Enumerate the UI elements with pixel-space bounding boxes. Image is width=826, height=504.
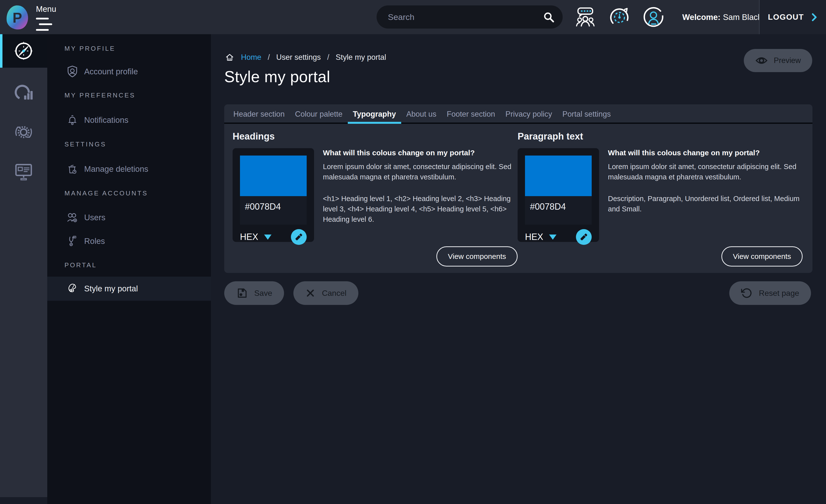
brand-logo[interactable]: P bbox=[5, 4, 29, 31]
icon-rail bbox=[0, 34, 47, 497]
view-components-button[interactable]: View components bbox=[721, 246, 803, 266]
menu-toggle[interactable]: Menu bbox=[36, 4, 56, 35]
preview-label: Preview bbox=[774, 56, 801, 65]
sidebar-item-account-profile[interactable]: Account profile bbox=[47, 59, 211, 84]
page-title: Style my portal bbox=[224, 68, 330, 86]
sidebar: MY PROFILE Account profile MY PREFERNCES… bbox=[47, 34, 211, 504]
welcome-message: Welcome: Sam Black bbox=[682, 0, 762, 34]
timer-icon[interactable] bbox=[608, 6, 631, 28]
rail-item-dashboard[interactable] bbox=[0, 34, 47, 68]
cancel-label: Cancel bbox=[322, 289, 347, 298]
tab-portal-settings[interactable]: Portal settings bbox=[557, 104, 616, 124]
paragraph-colour-card: #0078D4 HEX bbox=[518, 148, 599, 242]
action-buttons: Save Cancel bbox=[224, 281, 358, 305]
eye-icon bbox=[755, 56, 768, 65]
breadcrumb: Home / User settings / Style my portal bbox=[225, 52, 386, 62]
rail-item-analytics[interactable] bbox=[0, 81, 47, 105]
save-label: Save bbox=[254, 289, 272, 298]
headings-description: What will this colous change on my porta… bbox=[323, 148, 518, 242]
colour-swatch-preview[interactable] bbox=[525, 155, 592, 196]
logout-label: LOGOUT bbox=[768, 12, 804, 22]
main-content: Home / User settings / Style my portal P… bbox=[211, 34, 826, 504]
home-icon[interactable] bbox=[225, 52, 235, 62]
breadcrumb-separator: / bbox=[268, 53, 270, 62]
search-icon[interactable] bbox=[543, 11, 554, 23]
rail-item-portal-screen[interactable] bbox=[0, 160, 47, 184]
cancel-button[interactable]: Cancel bbox=[293, 281, 358, 305]
hex-value: #0078D4 bbox=[525, 196, 592, 212]
breadcrumb-home[interactable]: Home bbox=[241, 53, 261, 62]
sidebar-item-label: Account profile bbox=[84, 67, 138, 76]
breadcrumb-user-settings[interactable]: User settings bbox=[276, 53, 321, 62]
colour-swatch: #0078D4 bbox=[240, 155, 307, 225]
reset-label: Reset page bbox=[759, 289, 799, 298]
sidebar-item-label: Users bbox=[84, 213, 105, 222]
save-button[interactable]: Save bbox=[224, 281, 284, 305]
breadcrumb-current: Style my portal bbox=[336, 53, 386, 62]
tab-footer-section[interactable]: Footer section bbox=[441, 104, 500, 124]
sidebar-heading-settings: SETTINGS bbox=[64, 140, 106, 148]
style-panel: Header section Colour palette Typography… bbox=[224, 104, 813, 273]
sidebar-item-style-my-portal[interactable]: Style my portal bbox=[47, 276, 211, 301]
sidebar-item-label: Roles bbox=[84, 237, 105, 246]
typography-tab-content: Headings #0078D4 HEX bbox=[224, 124, 813, 266]
monitor-icon bbox=[13, 161, 35, 183]
menu-label: Menu bbox=[36, 4, 56, 14]
colour-change-question: What will this colous change on my porta… bbox=[608, 149, 803, 157]
reset-page-button[interactable]: Reset page bbox=[729, 281, 811, 305]
colour-change-description: Lorem ipsum dolor sit amet, consectetur … bbox=[608, 162, 803, 182]
tab-typography[interactable]: Typography bbox=[348, 104, 401, 124]
sidebar-item-users[interactable]: Users bbox=[47, 205, 211, 230]
save-icon bbox=[236, 287, 248, 299]
sidebar-heading-my-profile: MY PROFILE bbox=[64, 45, 115, 52]
users-icon bbox=[64, 210, 80, 226]
search-input[interactable] bbox=[388, 12, 543, 22]
paragraph-description: What will this colous change on my porta… bbox=[608, 148, 803, 242]
gear-sync-icon bbox=[13, 121, 35, 143]
sidebar-item-label: Manage deletions bbox=[84, 165, 149, 174]
sidebar-item-notifications[interactable]: Notifications bbox=[47, 108, 211, 132]
sidebar-item-label: Style my portal bbox=[84, 284, 138, 293]
eyedropper-button[interactable] bbox=[291, 229, 307, 245]
tab-colour-palette[interactable]: Colour palette bbox=[290, 104, 348, 124]
tab-header-section[interactable]: Header section bbox=[228, 104, 290, 124]
sidebar-item-manage-deletions[interactable]: Manage deletions bbox=[47, 157, 211, 181]
hex-format-dropdown[interactable]: HEX bbox=[240, 232, 272, 242]
paragraph-title: Paragraph text bbox=[518, 131, 803, 142]
close-icon bbox=[305, 288, 315, 298]
headings-column: Headings #0078D4 HEX bbox=[233, 130, 518, 266]
chevron-right-icon bbox=[811, 13, 818, 21]
eyedropper-icon bbox=[579, 233, 588, 241]
welcome-label: Welcome: bbox=[682, 12, 720, 22]
hex-format-dropdown[interactable]: HEX bbox=[525, 232, 556, 242]
palette-icon bbox=[64, 281, 80, 297]
colour-swatch-preview[interactable] bbox=[240, 155, 307, 196]
reset-icon bbox=[741, 288, 752, 299]
analytics-icon bbox=[13, 82, 35, 104]
headings-title: Headings bbox=[233, 131, 518, 142]
tab-privacy-policy[interactable]: Privacy policy bbox=[500, 104, 557, 124]
tab-about-us[interactable]: About us bbox=[401, 104, 441, 124]
view-components-button[interactable]: View components bbox=[436, 246, 518, 266]
chevron-down-icon bbox=[549, 235, 556, 240]
topbar-icon-group bbox=[574, 6, 665, 28]
community-icon[interactable] bbox=[574, 6, 597, 28]
brand-logo-letter: P bbox=[12, 9, 22, 26]
avatar-icon[interactable] bbox=[642, 6, 665, 28]
chevron-down-icon bbox=[264, 235, 272, 240]
roles-icon bbox=[64, 233, 80, 249]
rail-item-settings-sync[interactable] bbox=[0, 120, 47, 144]
search-bar bbox=[376, 5, 563, 28]
headings-colour-card: #0078D4 HEX bbox=[233, 148, 314, 242]
sidebar-heading-portal: PORTAL bbox=[64, 261, 97, 269]
paragraph-elements-detail: Description, Paragraph, Unordered list, … bbox=[608, 193, 803, 214]
paragraph-column: Paragraph text #0078D4 HEX bbox=[518, 130, 803, 266]
compass-icon bbox=[13, 40, 35, 62]
preview-button[interactable]: Preview bbox=[744, 49, 812, 72]
heading-levels-detail: <h1> Heading level 1, <h2> Heading level… bbox=[323, 193, 518, 225]
sidebar-item-roles[interactable]: Roles bbox=[47, 229, 211, 253]
eyedropper-button[interactable] bbox=[576, 229, 592, 245]
hex-format-label: HEX bbox=[525, 232, 543, 242]
logout-button[interactable]: LOGOUT bbox=[759, 0, 826, 34]
user-name: Sam Black bbox=[723, 12, 762, 22]
